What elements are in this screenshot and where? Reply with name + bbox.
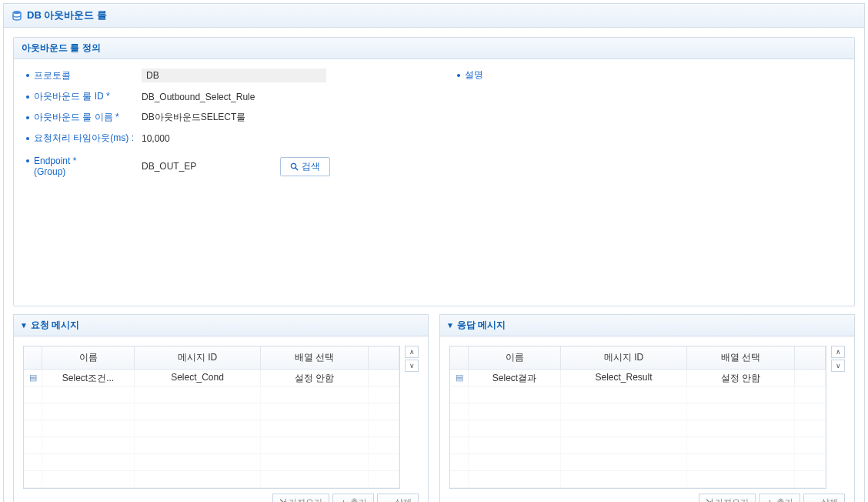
add-button[interactable]: ＋추가 — [759, 494, 800, 502]
add-button[interactable]: ＋추가 — [332, 494, 374, 502]
import-button[interactable]: ⇲가져오기 — [272, 494, 329, 502]
plus-icon: ＋ — [766, 497, 774, 502]
definition-fieldset: 아웃바운드 룰 정의 프로토콜 DB 아웃바운드 룰 ID * DB_Outbo… — [13, 37, 855, 306]
page-title: DB 아웃바운드 룰 — [27, 8, 107, 22]
rule-name-value[interactable]: DB아웃바운드SELECT룰 — [142, 111, 326, 124]
svg-point-1 — [291, 163, 295, 168]
response-grid[interactable]: 이름 메시지 ID 배열 선택 ▤ Select결과 Select_Result… — [449, 346, 826, 489]
rule-name-label: 아웃바운드 룰 이름 * — [26, 111, 142, 124]
import-icon: ⇲ — [706, 497, 713, 502]
endpoint-label: Endpoint * (Group) — [26, 156, 142, 177]
rule-id-row: 아웃바운드 룰 ID * DB_Outbound_Select_Rule — [26, 90, 411, 103]
definition-header: 아웃바운드 룰 정의 — [14, 38, 854, 59]
main-panel: DB 아웃바운드 룰 아웃바운드 룰 정의 프로토콜 DB 아웃바운드 룰 ID… — [3, 3, 865, 502]
move-up-button[interactable]: ∧ — [831, 346, 845, 358]
response-grid-header: 이름 메시지 ID 배열 선택 — [450, 346, 826, 370]
request-panel: ▼ 요청 메시지 이름 메시지 ID 배열 선택 — [13, 314, 429, 502]
response-col-array: 배열 선택 — [687, 346, 795, 369]
document-icon: ▤ — [29, 373, 37, 382]
import-button[interactable]: ⇲가져오기 — [699, 494, 756, 502]
description-label: 설명 — [457, 69, 573, 82]
request-col-name: 이름 — [42, 346, 135, 369]
definition-body: 프로토콜 DB 아웃바운드 룰 ID * DB_Outbound_Select_… — [14, 59, 854, 306]
protocol-value: DB — [142, 69, 326, 82]
request-grid[interactable]: 이름 메시지 ID 배열 선택 ▤ Select조건... Select_Con… — [23, 346, 400, 489]
response-panel-header[interactable]: ▼ 응답 메시지 — [440, 315, 854, 336]
endpoint-value[interactable]: DB_OUT_EP — [142, 161, 272, 172]
rule-id-label: 아웃바운드 룰 ID * — [26, 90, 142, 103]
description-row: 설명 — [457, 69, 842, 82]
main-panel-body: 아웃바운드 룰 정의 프로토콜 DB 아웃바운드 룰 ID * DB_Outbo… — [4, 28, 864, 502]
rule-id-value[interactable]: DB_Outbound_Select_Rule — [142, 92, 326, 102]
plus-icon: ＋ — [339, 497, 348, 502]
move-down-button[interactable]: ∨ — [831, 360, 845, 372]
endpoint-row: Endpoint * (Group) DB_OUT_EP 검색 — [26, 156, 411, 177]
protocol-row: 프로토콜 DB — [26, 69, 411, 82]
response-col-msgid: 메시지 ID — [561, 346, 687, 369]
import-icon: ⇲ — [279, 497, 286, 502]
request-reorder: ∧ ∨ — [405, 346, 419, 489]
move-down-button[interactable]: ∨ — [405, 360, 419, 372]
table-row[interactable]: ▤ Select결과 Select_Result 설정 안함 — [450, 370, 826, 387]
table-row[interactable]: ▤ Select조건... Select_Cond 설정 안함 — [24, 370, 399, 387]
minus-icon: － — [810, 497, 819, 502]
request-col-msgid: 메시지 ID — [135, 346, 261, 369]
rule-name-row: 아웃바운드 룰 이름 * DB아웃바운드SELECT룰 — [26, 111, 411, 124]
timeout-row: 요청처리 타임아웃(ms) : 10,000 — [26, 132, 411, 145]
response-panel: ▼ 응답 메시지 이름 메시지 ID 배열 선택 — [439, 314, 855, 502]
minus-icon: － — [384, 497, 392, 502]
chevron-down-icon: ▼ — [446, 321, 454, 330]
response-col-name: 이름 — [469, 346, 561, 369]
request-toolbar: ⇲가져오기 ＋추가 －삭제 — [23, 494, 419, 502]
move-up-button[interactable]: ∧ — [405, 346, 419, 358]
database-icon — [12, 10, 22, 21]
document-icon: ▤ — [456, 373, 463, 382]
response-toolbar: ⇲가져오기 ＋추가 －삭제 — [449, 494, 845, 502]
svg-point-0 — [13, 11, 21, 14]
request-col-array: 배열 선택 — [261, 346, 369, 369]
lower-panels: ▼ 요청 메시지 이름 메시지 ID 배열 선택 — [13, 314, 855, 502]
search-button[interactable]: 검색 — [280, 157, 330, 176]
protocol-label: 프로토콜 — [26, 69, 142, 82]
request-panel-header[interactable]: ▼ 요청 메시지 — [14, 315, 428, 336]
timeout-value[interactable]: 10,000 — [142, 133, 326, 144]
magnifier-icon — [290, 162, 299, 171]
chevron-down-icon: ▼ — [20, 321, 28, 330]
delete-button[interactable]: －삭제 — [377, 494, 419, 502]
request-grid-header: 이름 메시지 ID 배열 선택 — [24, 346, 399, 370]
timeout-label: 요청처리 타임아웃(ms) : — [26, 132, 142, 145]
main-panel-header: DB 아웃바운드 룰 — [4, 4, 864, 28]
svg-line-2 — [295, 168, 298, 170]
response-reorder: ∧ ∨ — [831, 346, 845, 489]
delete-button[interactable]: －삭제 — [803, 494, 845, 502]
